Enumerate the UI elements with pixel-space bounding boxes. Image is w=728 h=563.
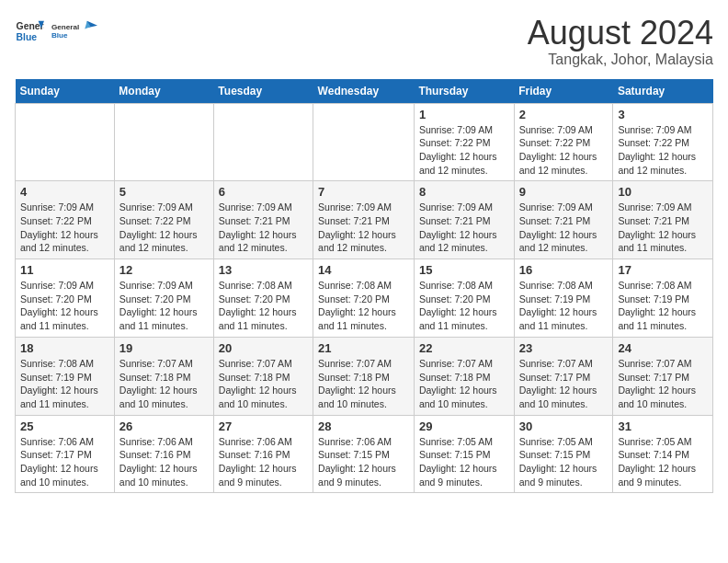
calendar-cell: 27Sunrise: 7:06 AMSunset: 7:16 PMDayligh… [213,415,313,493]
calendar-week-row: 25Sunrise: 7:06 AMSunset: 7:17 PMDayligh… [16,415,713,493]
day-info: Sunrise: 7:09 AMSunset: 7:21 PMDaylight:… [219,201,308,255]
day-number: 8 [419,185,509,199]
day-header-sunday: Sunday [16,79,115,104]
day-number: 5 [119,185,209,199]
day-number: 28 [318,419,409,433]
calendar-cell: 19Sunrise: 7:07 AMSunset: 7:18 PMDayligh… [114,337,213,415]
calendar-cell: 13Sunrise: 7:08 AMSunset: 7:20 PMDayligh… [213,259,313,338]
day-number: 14 [318,263,409,277]
page-header: General Blue General Blue August 2024 Ta… [15,15,713,68]
calendar-cell: 2Sunrise: 7:09 AMSunset: 7:22 PMDaylight… [514,103,613,181]
day-info: Sunrise: 7:09 AMSunset: 7:22 PMDaylight:… [519,123,609,178]
day-number: 10 [618,185,708,199]
day-number: 18 [20,341,109,355]
day-header-tuesday: Tuesday [213,79,313,104]
day-info: Sunrise: 7:08 AMSunset: 7:19 PMDaylight:… [519,279,609,333]
day-info: Sunrise: 7:08 AMSunset: 7:20 PMDaylight:… [419,279,509,333]
day-number: 31 [618,419,708,433]
calendar-cell: 3Sunrise: 7:09 AMSunset: 7:22 PMDaylight… [613,103,713,181]
calendar-cell: 26Sunrise: 7:06 AMSunset: 7:16 PMDayligh… [114,415,213,493]
calendar-cell: 8Sunrise: 7:09 AMSunset: 7:21 PMDaylight… [414,181,514,259]
calendar-cell [213,103,313,181]
day-info: Sunrise: 7:09 AMSunset: 7:20 PMDaylight:… [20,279,109,333]
logo: General Blue General Blue [15,15,97,48]
calendar-cell: 9Sunrise: 7:09 AMSunset: 7:21 PMDaylight… [514,181,613,259]
day-number: 17 [618,263,708,277]
calendar-week-row: 4Sunrise: 7:09 AMSunset: 7:22 PMDaylight… [16,181,713,259]
calendar-cell: 21Sunrise: 7:07 AMSunset: 7:18 PMDayligh… [313,337,415,415]
day-number: 3 [618,108,708,121]
calendar-cell: 23Sunrise: 7:07 AMSunset: 7:17 PMDayligh… [514,337,613,415]
day-number: 1 [419,108,509,121]
calendar-cell [114,103,213,181]
month-year: August 2024 [528,15,713,52]
day-info: Sunrise: 7:09 AMSunset: 7:21 PMDaylight:… [318,201,409,255]
day-number: 30 [519,419,609,433]
day-number: 21 [318,341,409,355]
calendar-cell: 24Sunrise: 7:07 AMSunset: 7:17 PMDayligh… [613,337,713,415]
calendar-cell: 18Sunrise: 7:08 AMSunset: 7:19 PMDayligh… [16,337,115,415]
day-info: Sunrise: 7:08 AMSunset: 7:20 PMDaylight:… [219,279,308,333]
calendar-cell: 4Sunrise: 7:09 AMSunset: 7:22 PMDaylight… [16,181,115,259]
day-number: 16 [519,263,609,277]
calendar-cell: 14Sunrise: 7:08 AMSunset: 7:20 PMDayligh… [313,259,415,338]
calendar-cell: 6Sunrise: 7:09 AMSunset: 7:21 PMDaylight… [213,181,313,259]
day-info: Sunrise: 7:08 AMSunset: 7:19 PMDaylight:… [20,357,109,411]
day-info: Sunrise: 7:09 AMSunset: 7:21 PMDaylight:… [618,201,708,255]
calendar-week-row: 11Sunrise: 7:09 AMSunset: 7:20 PMDayligh… [16,259,713,338]
day-header-saturday: Saturday [613,79,713,104]
calendar-week-row: 1Sunrise: 7:09 AMSunset: 7:22 PMDaylight… [16,103,713,181]
logo-icon: General Blue [15,17,44,46]
calendar-cell [16,103,115,181]
calendar-cell: 28Sunrise: 7:06 AMSunset: 7:15 PMDayligh… [313,415,415,493]
calendar-cell: 30Sunrise: 7:05 AMSunset: 7:15 PMDayligh… [514,415,613,493]
day-number: 13 [219,263,308,277]
calendar-table: SundayMondayTuesdayWednesdayThursdayFrid… [15,79,713,494]
day-info: Sunrise: 7:07 AMSunset: 7:18 PMDaylight:… [219,357,308,411]
day-info: Sunrise: 7:05 AMSunset: 7:14 PMDaylight:… [618,435,708,489]
day-number: 19 [119,341,209,355]
day-info: Sunrise: 7:05 AMSunset: 7:15 PMDaylight:… [419,435,509,489]
day-info: Sunrise: 7:06 AMSunset: 7:16 PMDaylight:… [119,435,209,489]
day-info: Sunrise: 7:09 AMSunset: 7:22 PMDaylight:… [618,123,708,178]
day-info: Sunrise: 7:09 AMSunset: 7:22 PMDaylight:… [20,201,109,255]
calendar-cell: 20Sunrise: 7:07 AMSunset: 7:18 PMDayligh… [213,337,313,415]
day-header-monday: Monday [114,79,213,104]
day-info: Sunrise: 7:09 AMSunset: 7:22 PMDaylight:… [419,123,509,178]
day-header-thursday: Thursday [414,79,514,104]
title-block: August 2024 Tangkak, Johor, Malaysia [528,15,713,68]
day-info: Sunrise: 7:08 AMSunset: 7:20 PMDaylight:… [318,279,409,333]
day-info: Sunrise: 7:09 AMSunset: 7:21 PMDaylight:… [419,201,509,255]
calendar-cell: 25Sunrise: 7:06 AMSunset: 7:17 PMDayligh… [16,415,115,493]
day-info: Sunrise: 7:08 AMSunset: 7:19 PMDaylight:… [618,279,708,333]
day-info: Sunrise: 7:05 AMSunset: 7:15 PMDaylight:… [519,435,609,489]
day-info: Sunrise: 7:09 AMSunset: 7:22 PMDaylight:… [119,201,209,255]
calendar-cell: 1Sunrise: 7:09 AMSunset: 7:22 PMDaylight… [414,103,514,181]
day-number: 23 [519,341,609,355]
day-info: Sunrise: 7:07 AMSunset: 7:18 PMDaylight:… [318,357,409,411]
day-info: Sunrise: 7:07 AMSunset: 7:17 PMDaylight:… [519,357,609,411]
svg-text:Blue: Blue [17,32,38,42]
calendar-cell: 11Sunrise: 7:09 AMSunset: 7:20 PMDayligh… [16,259,115,338]
day-number: 12 [119,263,209,277]
calendar-cell: 17Sunrise: 7:08 AMSunset: 7:19 PMDayligh… [613,259,713,338]
calendar-cell: 12Sunrise: 7:09 AMSunset: 7:20 PMDayligh… [114,259,213,338]
logo-bird-icon: General Blue [51,15,97,48]
location: Tangkak, Johor, Malaysia [528,52,713,68]
calendar-cell: 31Sunrise: 7:05 AMSunset: 7:14 PMDayligh… [613,415,713,493]
day-info: Sunrise: 7:07 AMSunset: 7:17 PMDaylight:… [618,357,708,411]
calendar-cell: 29Sunrise: 7:05 AMSunset: 7:15 PMDayligh… [414,415,514,493]
calendar-cell: 5Sunrise: 7:09 AMSunset: 7:22 PMDaylight… [114,181,213,259]
day-info: Sunrise: 7:09 AMSunset: 7:21 PMDaylight:… [519,201,609,255]
calendar-cell [313,103,415,181]
day-number: 7 [318,185,409,199]
day-info: Sunrise: 7:06 AMSunset: 7:16 PMDaylight:… [219,435,308,489]
day-number: 15 [419,263,509,277]
day-number: 9 [519,185,609,199]
day-header-wednesday: Wednesday [313,79,415,104]
day-info: Sunrise: 7:07 AMSunset: 7:18 PMDaylight:… [119,357,209,411]
day-number: 2 [519,108,609,121]
day-info: Sunrise: 7:07 AMSunset: 7:18 PMDaylight:… [419,357,509,411]
svg-text:Blue: Blue [51,31,68,40]
day-info: Sunrise: 7:09 AMSunset: 7:20 PMDaylight:… [119,279,209,333]
